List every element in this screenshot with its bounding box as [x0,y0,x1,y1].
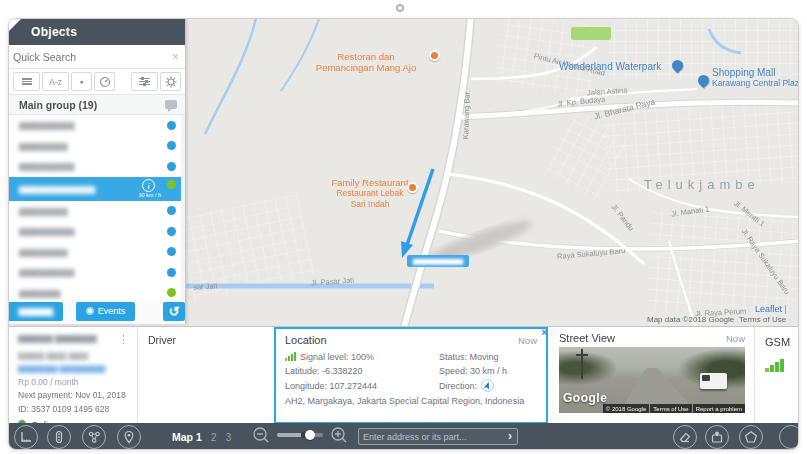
share-location-button[interactable] [82,425,106,449]
tracks-button[interactable]: ▆▆▆▆▆ [9,302,63,321]
street-view-panel: Street View Now Google © 2018 Google Ter… [549,327,754,424]
status-filter-button[interactable]: ● [71,72,92,91]
filter-settings-button[interactable] [131,72,158,91]
leaflet-attribution-link[interactable]: Leaflet | [755,304,787,314]
objects-panel-title: Objects [31,25,77,39]
list-item[interactable]: ▆▆▆▆▆▆▆ [9,136,185,157]
location-timestamp: Now [518,335,537,346]
list-item[interactable]: ▆▆▆▆▆▆▆▆ [9,262,185,283]
geofence-tool-button[interactable] [739,425,763,449]
status-dot [167,141,176,150]
pentagon-icon [744,430,758,444]
status-dot [167,227,176,236]
direction-label: Direction: [439,381,477,391]
unit-link[interactable]: ▆▆▆▆▆▆ ▆▆▆▆▆▆▆ [18,363,129,373]
events-icon [86,307,94,315]
clear-search-icon[interactable]: × [172,50,179,64]
tab-map1[interactable]: Map 1 [172,431,202,443]
list-item[interactable]: ▆▆▆▆▆▆▆▆ [9,156,185,177]
zoom-in-button[interactable] [329,425,349,445]
address-search-input[interactable] [359,432,503,442]
gsm-panel: GSM [754,327,799,424]
sliders-icon [139,76,150,86]
time-filter-button[interactable] [94,72,115,91]
group-header-row[interactable]: Main group (19) [9,95,185,115]
driver-panel-title: Driver [148,334,176,346]
power-pylon [581,349,583,379]
events-button[interactable]: Events [76,302,136,321]
family-restaurant-pin-icon [407,182,418,193]
clear-map-button[interactable] [673,425,697,449]
status-dot [167,180,176,189]
info-icon[interactable]: i [142,179,155,192]
poi-restoran: Restoran dan Pemancingan Mang Ajo [306,51,426,73]
history-icon: ↺ [169,304,180,319]
share-icon [87,430,101,444]
app-window: Restoran dan Pemancingan Mang Ajo Wonder… [8,18,799,450]
unit-next-payment: Next payment: Nov 01, 2018 [18,390,129,400]
zoom-out-button[interactable] [251,425,271,445]
trees-left [559,351,617,385]
status-dot [167,268,176,277]
objects-list: ▆▆▆▆▆▆▆▆ ▆▆▆▆▆▆▆ ▆▆▆▆▆▆▆▆ ▆▆▆▆▆▆▆▆▆▆▆ i3… [9,115,185,303]
status-value: Status: Moving [439,352,499,362]
address-tool-button[interactable] [117,425,141,449]
group-header-label: Main group (19) [19,99,97,111]
unit-card: ▆▆▆▆▆ ▆▆▆▆▆▆ ⋮ ▆▆▆▆ ▆▆▆ ▆▆▆ ▆▆▆▆▆▆ ▆▆▆▆▆… [9,327,137,424]
screen-dot-icon [396,4,404,12]
latitude-value: Latitude: -6.338220 [285,366,363,376]
list-item[interactable]: ▆▆▆▆▆▆▆ [9,242,185,263]
tab-map3[interactable]: 3 [226,431,232,443]
ruler-icon [19,430,33,444]
street-view-image[interactable]: Google © 2018 Google Terms of Use Report… [559,347,745,413]
stage: Restoran dan Pemancingan Mang Ajo Wonder… [0,0,807,454]
bottom-toolbar: Map 1 2 3 › [9,423,799,450]
report-problem-link[interactable]: Report a problem [693,404,745,413]
edge-tool-button[interactable] [779,425,799,449]
list-item[interactable]: ▆▆▆▆▆▆▆ [9,201,185,222]
location-panel: × Location Now Signal level: 100% Status… [274,327,548,424]
panel-settings-button[interactable] [160,72,181,91]
tag-icon [165,100,177,109]
traffic-layer-button[interactable] [47,425,71,449]
poi-tool-button[interactable] [705,425,729,449]
list-view-button[interactable] [13,72,40,91]
zoom-slider[interactable] [277,433,323,437]
driver-panel: Driver [138,327,274,424]
road-label: sar Jati [193,281,218,292]
list-item[interactable]: ▆▆▆▆▆▆▆▆ [9,221,185,242]
restaurant-pin-icon [429,50,440,61]
status-dot [167,162,176,171]
sort-az-button[interactable]: A-z [42,72,69,91]
list-item-selected[interactable]: ▆▆▆▆▆▆▆▆▆▆▆ i30 km / h [9,177,185,201]
corner-fold-icon [9,19,21,31]
objects-panel: Objects × A-z ● Main group (19) [9,19,186,324]
traffic-light-icon [52,430,66,444]
unit-marker-label[interactable]: ▆▆▆▆▆▆▆▆▆▆ [407,255,469,267]
eraser-icon [678,430,692,444]
street-view-terms-link[interactable]: Terms of Use [650,404,691,413]
address-submit-icon[interactable]: › [503,429,517,444]
street-view-title: Street View [559,332,615,344]
map-data-attribution: Map data ©2018 Google [647,315,734,324]
unit-menu-icon[interactable]: ⋮ [118,333,129,346]
terms-of-use-link[interactable]: Terms of Use [739,315,786,324]
status-dot [167,206,176,215]
tab-map2[interactable]: 2 [211,431,217,443]
location-pin-icon [122,430,136,444]
unit-speed-badge: 30 km / h [138,192,161,198]
gear-icon [165,76,177,88]
quick-search-input[interactable] [13,51,172,63]
ruler-tool-button[interactable] [14,425,38,449]
street-view-timestamp: Now [726,333,745,344]
list-item[interactable]: ▆▆▆▆▆▆▆▆ [9,115,185,136]
poi-mall: Shopping Mall Karawang Central Plaza [712,67,799,89]
gsm-signal-icon [765,359,799,372]
street-view-copyright: © 2018 Google [603,404,649,413]
place-label-telukjambe: Telukjambe [644,177,760,192]
zoom-slider-handle[interactable] [305,430,315,440]
close-icon[interactable]: × [541,328,547,337]
history-button[interactable]: ↺ [163,302,185,321]
signal-bars-icon [285,352,296,361]
list-scrollbar[interactable] [181,115,185,300]
